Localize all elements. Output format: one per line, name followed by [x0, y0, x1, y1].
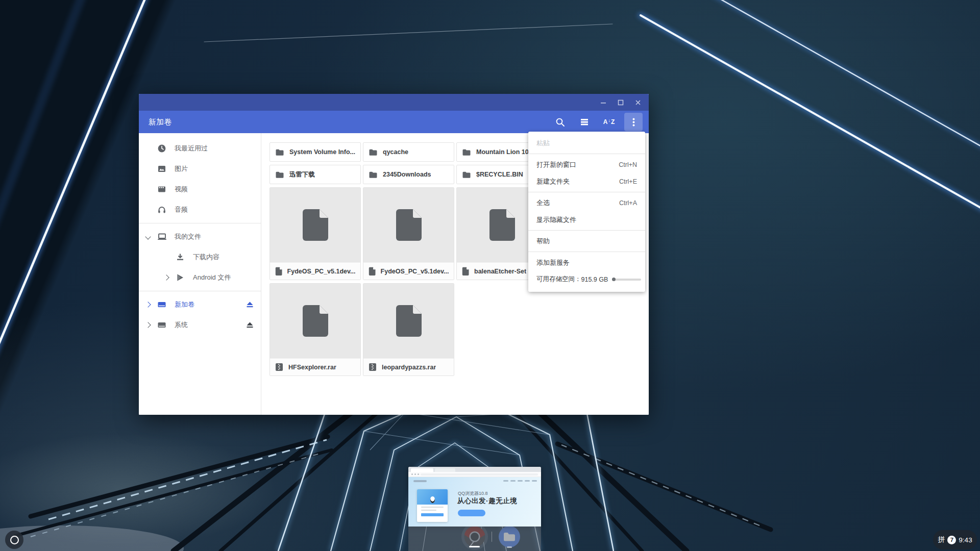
eject-button[interactable] [246, 321, 254, 329]
notification-badge: 7 [947, 536, 956, 544]
sidebar-item-new-volume[interactable]: 新加卷 [139, 294, 261, 315]
storage-value: 915.9 GB [581, 276, 608, 283]
folder-card[interactable]: System Volume Info... [270, 142, 361, 162]
file-card[interactable]: FydeOS_PC_v5.1dev.... [363, 187, 454, 280]
folder-card[interactable]: qycache [363, 142, 454, 162]
file-card[interactable]: FydeOS_PC_v5.1dev.... [270, 187, 361, 280]
preview-headline: 从心出发·趣无止境 [457, 496, 517, 506]
file-thumbnail [270, 284, 360, 358]
archive-icon [369, 363, 377, 371]
sidebar-divider [139, 291, 261, 291]
shortcut-label: Ctrl+A [619, 199, 637, 207]
sidebar-item-system[interactable]: 系统 [139, 315, 261, 335]
storage-bar [612, 279, 641, 281]
window-titlebar[interactable] [139, 94, 649, 111]
folder-card[interactable]: 2345Downloads [363, 165, 454, 184]
search-icon [555, 117, 565, 127]
sidebar-item-videos[interactable]: 视频 [139, 179, 261, 199]
sidebar-item-images[interactable]: 图片 [139, 159, 261, 179]
desktop: 新加卷 A↓Z [0, 0, 980, 551]
file-card[interactable]: leopardypazzs.rar [363, 283, 454, 376]
browser-window-preview[interactable]: QQ浏览器10.8 从心出发·趣无止境 [408, 467, 541, 527]
shortcut-label: Ctrl+N [619, 161, 637, 168]
preview-tab-strip [408, 467, 541, 472]
sidebar-divider [139, 223, 261, 223]
launcher-button[interactable] [5, 531, 23, 549]
sidebar-item-downloads[interactable]: 下载内容 [139, 247, 261, 267]
eject-button[interactable] [246, 301, 254, 308]
file-icon [275, 267, 282, 276]
view-toggle-button[interactable] [575, 113, 594, 131]
menu-item-select-all[interactable]: 全选 Ctrl+A [528, 194, 645, 211]
folder-icon [462, 148, 471, 156]
ime-badge: 拼 [938, 535, 945, 544]
sidebar: 我最近用过 图片 视频 [139, 133, 261, 415]
file-thumbnail [363, 284, 454, 358]
download-icon [176, 253, 188, 262]
images-icon [157, 164, 169, 173]
sidebar-item-recent[interactable]: 我最近用过 [139, 138, 261, 159]
file-icon [369, 267, 376, 276]
sort-button[interactable]: A↓Z [600, 113, 618, 131]
sidebar-item-android-files[interactable]: Android 文件 [139, 267, 261, 288]
preview-download-button [458, 510, 485, 516]
chevron-right-icon[interactable] [163, 274, 169, 280]
menu-item-new-window[interactable]: 打开新的窗口 Ctrl+N [528, 156, 645, 173]
list-view-icon [580, 118, 589, 126]
eject-icon [246, 321, 254, 329]
sidebar-item-audio[interactable]: 音频 [139, 199, 261, 220]
preview-site-logo [413, 480, 427, 482]
computer-icon [157, 232, 169, 241]
chevron-right-icon[interactable] [145, 322, 151, 328]
file-icon [462, 267, 469, 276]
sort-az-icon: A↓Z [603, 118, 615, 126]
preview-login-card [417, 489, 448, 522]
folder-card[interactable]: 迅雷下载 [270, 165, 361, 184]
menu-divider [528, 252, 645, 252]
file-icon [302, 209, 329, 241]
file-card[interactable]: HFSexplorer.rar [270, 283, 361, 376]
more-options-menu: 粘贴 打开新的窗口 Ctrl+N 新建文件夹 Ctrl+E 全选 Ctrl+A … [528, 132, 645, 292]
chevron-down-icon[interactable] [145, 234, 151, 239]
maximize-icon[interactable] [617, 99, 624, 106]
preview-nav-links [503, 480, 537, 482]
menu-item-add-service[interactable]: 添加新服务 [528, 254, 645, 271]
menu-item-help[interactable]: 帮助 [528, 233, 645, 249]
preview-page: QQ浏览器10.8 从心出发·趣无止境 [408, 477, 541, 527]
window-preview-popup: QQ浏览器10.8 从心出发·趣无止境 [408, 467, 541, 551]
folder-icon [369, 148, 377, 156]
chevron-right-icon[interactable] [145, 302, 151, 307]
storage-info: 可用存储空间： 915.9 GB [528, 271, 645, 288]
system-tray[interactable]: 拼 7 9:43 [933, 530, 977, 549]
close-icon[interactable] [634, 99, 642, 106]
menu-item-show-hidden[interactable]: 显示隐藏文件 [528, 211, 645, 228]
sidebar-item-my-files[interactable]: 我的文件 [139, 227, 261, 247]
minimize-icon[interactable] [600, 99, 607, 106]
files-app-window: 新加卷 A↓Z [139, 94, 649, 415]
audio-icon [157, 205, 169, 214]
page-title: 新加卷 [149, 117, 172, 127]
drive-icon [157, 300, 169, 309]
clock-time: 9:43 [959, 536, 972, 544]
storage-label: 可用存储空间： [536, 275, 581, 284]
folder-icon [369, 171, 377, 179]
file-thumbnail [270, 188, 360, 262]
menu-item-new-folder[interactable]: 新建文件夹 Ctrl+E [528, 173, 645, 190]
folder-icon [275, 171, 284, 179]
search-button[interactable] [551, 113, 569, 131]
android-files-icon [176, 273, 188, 282]
penguin-logo [430, 496, 435, 503]
folder-icon [462, 171, 471, 179]
archive-icon [275, 363, 283, 371]
file-thumbnail [363, 188, 454, 262]
shortcut-label: Ctrl+E [619, 178, 637, 185]
folder-icon [275, 148, 284, 156]
eject-icon [246, 301, 254, 308]
more-options-button[interactable] [624, 113, 643, 131]
app-toolbar: 新加卷 A↓Z [139, 111, 649, 133]
menu-divider [528, 230, 645, 231]
active-app-indicator [469, 546, 480, 547]
menu-divider [528, 192, 645, 192]
shelf-separator [492, 532, 492, 542]
menu-item-paste[interactable]: 粘贴 [528, 135, 645, 152]
